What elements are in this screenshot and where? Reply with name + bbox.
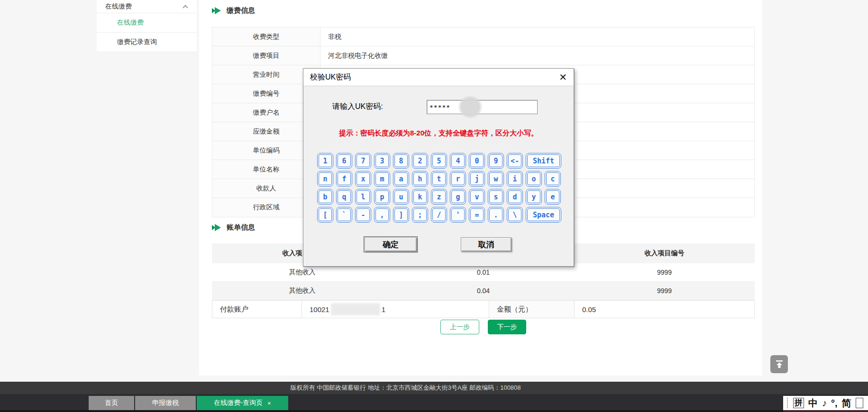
sidebar-item-online-payment[interactable]: 在线缴费	[97, 13, 197, 33]
ok-button[interactable]: 确定	[365, 237, 417, 251]
keyboard-key[interactable]: b	[317, 189, 333, 205]
keyboard-key[interactable]: t	[431, 171, 447, 187]
row-label: 缴费项目	[212, 46, 320, 65]
keyboard-row-1: 1 6 7 3 8 2 5 4 0 9 <- Shift	[317, 153, 562, 169]
account-number-prefix: 10021	[310, 305, 329, 313]
sidebar-item-payment-records[interactable]: 缴费记录查询	[97, 33, 197, 52]
keyboard-key[interactable]: 2	[412, 153, 428, 169]
key-space[interactable]: Space	[526, 207, 561, 223]
keyboard-key[interactable]: q	[336, 189, 352, 205]
tab-home[interactable]: 首页	[89, 396, 134, 410]
ime-punctuation-icon[interactable]: °,	[831, 398, 838, 409]
ime-chinese-mode-icon[interactable]: 中	[808, 397, 818, 410]
row-value: 河北非税电子化收缴	[320, 46, 754, 65]
keyboard-key[interactable]: -	[355, 207, 371, 223]
keyboard-key[interactable]: e	[545, 189, 561, 205]
dialog-title: 校验UK密码	[310, 72, 351, 82]
keyboard-key[interactable]: s	[488, 189, 504, 205]
bill-info-title: 账单信息	[212, 223, 255, 232]
dialog-title-bar: 校验UK密码 ✕	[303, 69, 574, 86]
sidebar-item-label: 缴费记录查询	[117, 38, 157, 46]
ime-bottom-strip	[783, 410, 868, 412]
keyboard-key[interactable]: r	[450, 171, 466, 187]
cell-amount: 0.04	[393, 287, 574, 295]
tab-declare-tax[interactable]: 申报缴税	[135, 396, 196, 410]
keyboard-key[interactable]: j	[469, 171, 485, 187]
ime-pinyin-icon[interactable]: 拼	[793, 398, 804, 408]
payment-info-title: 缴费信息	[212, 6, 255, 15]
keyboard-key[interactable]: `	[336, 207, 352, 223]
password-hint: 提示：密码长度必须为8-20位，支持全键盘字符，区分大小写。	[303, 129, 574, 138]
taskbar: 首页 申报缴税 在线缴费-查询页 ×	[0, 394, 868, 412]
keyboard-row-4: [ ` - , ] ; / ' = . \ Space	[317, 207, 562, 223]
keyboard-key[interactable]: 5	[431, 153, 447, 169]
drag-handle-icon[interactable]	[787, 398, 789, 408]
arrow-up-to-line-icon	[775, 359, 784, 369]
close-icon[interactable]: ✕	[559, 72, 567, 82]
keyboard-key[interactable]: u	[393, 189, 409, 205]
keyboard-key[interactable]: \	[507, 207, 523, 223]
keyboard-key[interactable]: 0	[469, 153, 485, 169]
keyboard-key[interactable]: l	[355, 189, 371, 205]
keyboard-key[interactable]: p	[374, 189, 390, 205]
section-title-text: 账单信息	[227, 223, 255, 232]
keyboard-key[interactable]: w	[488, 171, 504, 187]
keyboard-key[interactable]: .	[488, 207, 504, 223]
cell-income-name: 其他收入	[212, 268, 393, 277]
keyboard-key[interactable]: a	[393, 171, 409, 187]
keyboard-key[interactable]: o	[526, 171, 542, 187]
table-row: 缴费项目河北非税电子化收缴	[212, 46, 754, 65]
keyboard-key[interactable]: [	[317, 207, 333, 223]
tab-close-icon[interactable]: ×	[267, 400, 271, 407]
key-backspace[interactable]: <-	[507, 153, 523, 169]
keyboard-key[interactable]: n	[317, 171, 333, 187]
keyboard-key[interactable]: '	[450, 207, 466, 223]
keyboard-key[interactable]: /	[431, 207, 447, 223]
payer-account-field[interactable]: 10021 1	[302, 301, 489, 318]
keyboard-key[interactable]: d	[507, 189, 523, 205]
keyboard-key[interactable]: f	[336, 171, 352, 187]
keyboard-key[interactable]: v	[469, 189, 485, 205]
ime-simplified-icon[interactable]: 简	[842, 397, 851, 410]
tab-online-payment-query[interactable]: 在线缴费-查询页 ×	[197, 396, 288, 410]
table-row: 收费类型非税	[212, 27, 754, 46]
keyboard-key[interactable]: ,	[374, 207, 390, 223]
keyboard-key[interactable]: y	[526, 189, 542, 205]
password-masked-text: *****	[429, 104, 450, 111]
keyboard-key[interactable]: 1	[317, 153, 333, 169]
keyboard-key[interactable]: 9	[488, 153, 504, 169]
keyboard-key[interactable]: z	[431, 189, 447, 205]
ime-note-icon[interactable]: ♪	[822, 398, 827, 409]
sidebar-group-online-payment[interactable]: 在线缴费	[97, 0, 197, 13]
footer: 版权所有 中国邮政储蓄银行 地址：北京市西城区金融大街3号A座 邮政编码：100…	[0, 382, 868, 394]
keyboard-key[interactable]: m	[374, 171, 390, 187]
uk-password-input[interactable]: *****	[427, 100, 538, 114]
column-header: 收入项目编号	[574, 249, 755, 258]
keyboard-key[interactable]: 4	[450, 153, 466, 169]
password-label: 请输入UK密码:	[332, 102, 383, 112]
keyboard-key[interactable]: g	[450, 189, 466, 205]
next-step-button[interactable]: 下一步	[488, 320, 526, 334]
ime-toolbar: 拼 中 ♪ °, 简	[783, 396, 868, 410]
cancel-button[interactable]: 取消	[461, 237, 512, 251]
back-to-top-button[interactable]	[770, 355, 788, 373]
keyboard-key[interactable]: i	[507, 171, 523, 187]
previous-step-button[interactable]: 上一步	[440, 320, 479, 334]
ime-partial-icon[interactable]	[856, 398, 863, 408]
keyboard-key[interactable]: k	[412, 189, 428, 205]
key-shift[interactable]: Shift	[526, 153, 561, 169]
keyboard-key[interactable]: 3	[374, 153, 390, 169]
keyboard-key[interactable]: x	[355, 171, 371, 187]
keyboard-key[interactable]: h	[412, 171, 428, 187]
keyboard-row-3: b q l p u k z g v s d y e	[317, 189, 562, 205]
keyboard-key[interactable]: c	[545, 171, 561, 187]
keyboard-key[interactable]: ;	[412, 207, 428, 223]
sidebar-group-label: 在线缴费	[105, 2, 132, 11]
keyboard-key[interactable]: 7	[355, 153, 371, 169]
keyboard-key[interactable]: 8	[393, 153, 409, 169]
keyboard-key[interactable]: ]	[393, 207, 409, 223]
keyboard-key[interactable]: 6	[336, 153, 352, 169]
copyright-text: 版权所有 中国邮政储蓄银行 地址：北京市西城区金融大街3号A座 邮政编码：100…	[290, 384, 521, 392]
keyboard-key[interactable]: =	[469, 207, 485, 223]
cell-income-code: 9999	[574, 287, 755, 295]
